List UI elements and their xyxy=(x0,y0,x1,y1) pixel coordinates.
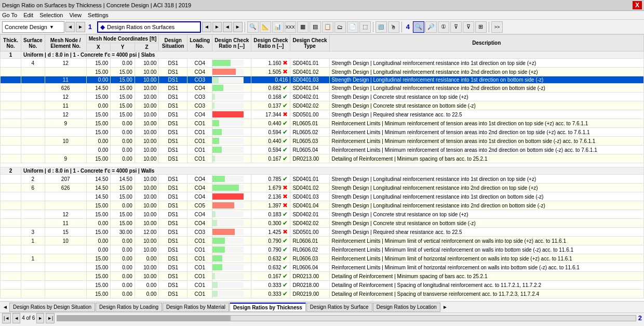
y-cell: 0.00 xyxy=(111,154,135,163)
bottom-tab-0[interactable]: Design Ratios by Design Situation xyxy=(9,303,95,312)
bottom-tab-5[interactable]: Design Ratios by Location xyxy=(373,303,440,312)
tool-filter4[interactable]: ⊽ xyxy=(463,21,474,33)
table-row: 15.00 15.00 10.00 DS1 CO4 1.505 ✖ SD0401… xyxy=(1,68,644,76)
desc-cell: Strength Design | Concrete strut resista… xyxy=(329,93,643,101)
scroll-right-icon[interactable]: ► xyxy=(441,304,449,310)
table-row: 0.00 0.00 10.00 DS1 CO1 0.790 ✔ RL0606.0… xyxy=(1,245,644,254)
tool-8[interactable]: 🗂 xyxy=(334,21,346,33)
nav-fwd2-btn[interactable]: ► xyxy=(233,22,243,32)
menu-goto[interactable]: Go To xyxy=(2,12,17,18)
tool-filter3[interactable]: ⊽ xyxy=(450,21,462,33)
bar-cell xyxy=(212,146,251,154)
bar-cell xyxy=(212,184,251,192)
type-cell: RL0605.03 xyxy=(290,137,329,146)
tool-3[interactable]: 📊 xyxy=(272,21,284,33)
type-cell: SD0401.01 xyxy=(290,59,329,68)
mesh-cell: 626 xyxy=(45,84,86,93)
tool-a[interactable]: ① xyxy=(438,21,449,33)
menu-settings[interactable]: Settings xyxy=(88,12,109,18)
x-cell: 14.50 xyxy=(86,184,111,192)
data-table: Thick.No. SurfaceNo. Mesh Node /Element … xyxy=(0,34,644,298)
table-row: 12 15.00 15.00 10.00 DS1 CO3 0.168 ✔ SD0… xyxy=(1,93,644,101)
ratio-cell: 1.425 ✖ xyxy=(251,228,290,237)
bottom-tab-2[interactable]: Design Ratios by Material xyxy=(163,303,229,312)
nav-prev-btn[interactable]: ◄ xyxy=(65,22,75,32)
x-cell: 15.00 xyxy=(86,93,111,101)
tool-6[interactable]: ▤ xyxy=(310,21,321,33)
ds-cell: DS1 xyxy=(159,76,187,84)
surface-cell xyxy=(21,137,45,146)
table-container[interactable]: Thick.No. SurfaceNo. Mesh Node /Element … xyxy=(0,34,644,301)
nav-fwd-btn[interactable]: ► xyxy=(212,22,222,32)
bar-cell xyxy=(212,119,251,128)
view-selector[interactable]: ◆ Design Ratios on Surfaces xyxy=(97,21,201,33)
tool-9[interactable]: 📄 xyxy=(347,21,358,33)
menu-selection[interactable]: Selection xyxy=(39,12,63,18)
type-cell: SD0501.00 xyxy=(290,228,329,237)
header-ratio: Design CheckRatio n [--] xyxy=(251,35,290,51)
type-cell: RL0606.02 xyxy=(290,245,329,254)
mesh-cell: 207 xyxy=(45,175,86,184)
tool-filter2[interactable]: 🖱 xyxy=(388,21,399,33)
bottom-tab-3[interactable]: Design Ratios by Thickness xyxy=(230,303,306,312)
nav-back-btn[interactable]: ◄ xyxy=(202,22,211,32)
y-cell: 0.00 xyxy=(111,146,135,154)
tool-10[interactable]: ⬚ xyxy=(359,21,371,33)
scroll-left-icon[interactable]: ◄ xyxy=(1,304,9,310)
x-cell: 14.50 xyxy=(86,175,111,184)
bar-cell xyxy=(212,245,251,254)
nav-next-status-btn[interactable]: ► xyxy=(36,313,44,323)
y-cell: 15.00 xyxy=(111,184,135,192)
tool-5[interactable]: ▦ xyxy=(297,21,308,33)
tool-sort[interactable]: ⊞ xyxy=(475,21,487,33)
menu-edit[interactable]: Edit xyxy=(23,12,33,18)
thick-cell xyxy=(1,192,21,201)
tool-4[interactable]: XXX xyxy=(285,21,296,33)
z-cell: 10.00 xyxy=(135,128,159,137)
load-cell: CO3 xyxy=(187,76,212,84)
tool-zoom[interactable]: 🔎 xyxy=(425,21,437,33)
surface-cell xyxy=(21,219,45,228)
bar-cell xyxy=(212,128,251,137)
table-row: 4 12 15.00 0.00 10.00 DS1 CO4 1.160 ✖ SD… xyxy=(1,59,644,68)
tool-1[interactable]: 🔍 xyxy=(247,21,259,33)
tool-filter[interactable]: 🔢 xyxy=(375,21,387,33)
type-cell: DR0213.00 xyxy=(290,272,329,281)
tool-7[interactable]: 📋 xyxy=(322,21,333,33)
table-row: 15.00 0.00 10.00 DS1 CO1 0.167 ✔ DR0213.… xyxy=(1,272,644,281)
ds-cell: DS1 xyxy=(159,219,187,228)
tool-search[interactable]: 🔍 xyxy=(413,21,424,33)
nav-first-btn[interactable]: |◄ xyxy=(2,313,11,323)
close-button[interactable]: X xyxy=(633,1,642,9)
tool-2[interactable]: 📐 xyxy=(260,21,271,33)
bottom-tab-1[interactable]: Design Ratios by Loading xyxy=(96,303,162,312)
ratio-cell: 0.333 ✔ xyxy=(251,281,290,290)
mesh-cell xyxy=(45,201,86,210)
nav-prev-status-btn[interactable]: ◄ xyxy=(12,313,20,323)
hscroll-container[interactable] xyxy=(57,315,636,321)
mesh-cell: 12 xyxy=(45,59,86,68)
header-x: X xyxy=(86,43,111,51)
tab-dropdown[interactable]: Concrete Design ▼ xyxy=(2,21,64,33)
thick-cell xyxy=(1,281,21,290)
nav-back2-btn[interactable]: ◄ xyxy=(223,22,232,32)
more-btn[interactable]: >> xyxy=(491,21,503,33)
nav-next-btn[interactable]: ► xyxy=(76,22,85,32)
x-cell: 0.00 xyxy=(86,245,111,254)
z-cell: 10.00 xyxy=(135,210,159,219)
separator-1 xyxy=(245,22,245,32)
nav-last-btn[interactable]: ►| xyxy=(46,313,55,323)
z-cell: 10.00 xyxy=(135,237,159,245)
bottom-tab-4[interactable]: Design Ratios by Surface xyxy=(306,303,372,312)
table-row: 0.00 0.00 10.00 DS1 CO1 0.594 ✔ RL0605.0… xyxy=(1,146,644,154)
menu-view[interactable]: View xyxy=(69,12,82,18)
table-row: 11 0.00 15.00 10.00 DS1 CO4 0.300 ✔ SD04… xyxy=(1,219,644,228)
surface-cell xyxy=(21,93,45,101)
x-cell: 0.00 xyxy=(86,146,111,154)
desc-cell: Strength Design | Longitudinal reinforce… xyxy=(329,59,643,68)
desc-cell: Reinforcement Limits | Minimum limit of … xyxy=(329,237,643,245)
section-2-header-row: 2 Uniform | d : 8.0 in | 1 - Concrete f'… xyxy=(1,167,644,175)
mesh-cell: 11 xyxy=(45,101,86,110)
mesh-cell xyxy=(45,192,86,201)
z-cell: 10.00 xyxy=(135,68,159,76)
